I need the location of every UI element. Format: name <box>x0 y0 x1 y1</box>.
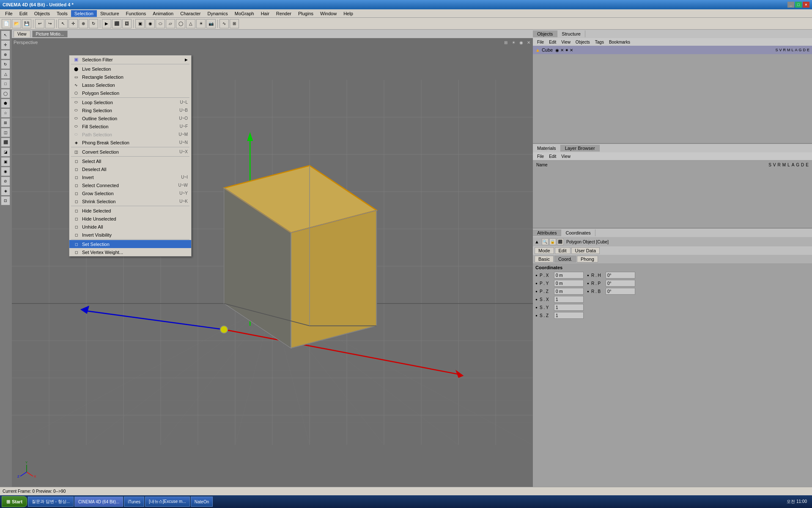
menu-window[interactable]: Window <box>317 10 340 17</box>
vp-icon-3[interactable]: ◉ <box>518 39 524 46</box>
open-button[interactable]: 📂 <box>12 19 21 28</box>
move-tool[interactable]: ✛ <box>69 19 78 28</box>
menu-render[interactable]: Render <box>273 10 295 17</box>
menu-edit[interactable]: Edit <box>16 10 31 17</box>
dd-loop-selection[interactable]: ⬭ Loop Selection U~L <box>69 98 191 106</box>
coord-rh-input[interactable] <box>606 272 635 279</box>
left-tool-6[interactable]: □ <box>1 79 10 88</box>
dd-set-vertex-weight[interactable]: ◻ Set Vertex Weight... <box>69 248 191 256</box>
coord-pz-input[interactable] <box>554 288 584 295</box>
menu-functions[interactable]: Functions <box>123 10 150 17</box>
left-tool-17[interactable]: ◈ <box>1 186 10 196</box>
taskbar-qa-btn[interactable]: 질문과 답변 - 형상... <box>28 497 74 507</box>
left-tool-13[interactable]: ◪ <box>1 147 10 157</box>
dd-selection-filter[interactable]: ▣ Selection Filter ▶ <box>69 55 191 64</box>
attr-mode-tab[interactable]: Mode <box>535 247 554 254</box>
camera-btn[interactable]: 📷 <box>206 19 216 28</box>
obj-menu-file[interactable]: File <box>535 39 546 45</box>
cube-btn[interactable]: ▣ <box>135 19 145 28</box>
obj-menu-bookmarks[interactable]: Bookmarks <box>606 39 633 45</box>
maximize-button[interactable]: □ <box>795 2 802 8</box>
render-region-btn[interactable]: ⬛ <box>112 19 121 28</box>
left-tool-7[interactable]: ◯ <box>1 89 10 98</box>
coord-rb-input[interactable] <box>606 288 635 295</box>
select-tool[interactable]: ↖ <box>58 19 68 28</box>
attr-coord-tab[interactable]: Coord. <box>554 256 576 262</box>
left-tool-2[interactable]: ✛ <box>1 40 10 50</box>
objects-tab-objects[interactable]: Objects <box>533 30 557 37</box>
vp-icon-2[interactable]: ☀ <box>510 39 517 46</box>
dd-deselect-all[interactable]: ◻ Deselect All <box>69 165 191 173</box>
obj-menu-objects[interactable]: Objects <box>573 39 593 45</box>
layer-menu-file[interactable]: File <box>535 154 546 159</box>
close-button[interactable]: × <box>803 2 809 8</box>
menu-dynamics[interactable]: Dynamics <box>204 10 231 17</box>
attr-userdata-tab[interactable]: User Data <box>571 247 600 254</box>
taskbar-news-btn[interactable]: [내뉴스]Excuse m... <box>145 497 190 507</box>
attr-edit-tab[interactable]: Edit <box>555 247 571 254</box>
left-tool-8[interactable]: ⬟ <box>1 99 10 108</box>
menu-hair[interactable]: Hair <box>258 10 273 17</box>
start-button[interactable]: ⊞ Start <box>2 496 27 507</box>
sphere-btn[interactable]: ◉ <box>145 19 155 28</box>
menu-help[interactable]: Help <box>340 10 357 17</box>
left-tool-14[interactable]: ▣ <box>1 157 10 166</box>
dd-set-selection[interactable]: ◻ Set Selection <box>69 240 191 248</box>
left-tool-16[interactable]: ⊘ <box>1 177 10 186</box>
dd-rectangle-selection[interactable]: ▭ Rectangle Selection <box>69 73 191 81</box>
undo-button[interactable]: ↩ <box>35 19 44 28</box>
attr-more-btn[interactable]: ⬛ <box>557 238 564 245</box>
dd-hide-unselected[interactable]: ◻ Hide Unselected <box>69 215 191 223</box>
obj-menu-view[interactable]: View <box>559 39 573 45</box>
menu-selection[interactable]: Selection <box>71 10 97 17</box>
menu-structure[interactable]: Structure <box>97 10 123 17</box>
menu-file[interactable]: File <box>2 10 16 17</box>
left-tool-5[interactable]: △ <box>1 69 10 79</box>
attr-lock-btn[interactable]: 🔒 <box>549 238 556 245</box>
rotate-tool[interactable]: ↻ <box>89 19 98 28</box>
new-button[interactable]: 📄 <box>2 19 11 28</box>
layer-menu-edit[interactable]: Edit <box>546 154 559 159</box>
minimize-button[interactable]: _ <box>787 2 794 8</box>
render-btn[interactable]: ▶ <box>102 19 111 28</box>
left-tool-12[interactable]: ⬛ <box>1 138 10 147</box>
taskbar-nateon-btn[interactable]: NateOn <box>191 497 213 507</box>
viewport[interactable]: Perspective ⊞ ☀ ◉ ✕ X Y Z <box>12 38 533 487</box>
left-tool-4[interactable]: ↻ <box>1 60 10 69</box>
light-btn[interactable]: ☀ <box>196 19 206 28</box>
coord-sz-input[interactable] <box>554 312 584 319</box>
coord-rp-input[interactable] <box>606 280 635 287</box>
menu-mograph[interactable]: MoGraph <box>231 10 258 17</box>
left-tool-1[interactable]: ↖ <box>1 30 10 40</box>
viewport-tab-view[interactable]: View <box>14 30 30 37</box>
layer-browser-tab[interactable]: Layer Browser <box>561 145 600 152</box>
coord-sy-input[interactable] <box>554 304 584 311</box>
nurbs-btn[interactable]: ⊞ <box>230 19 239 28</box>
menu-animation[interactable]: Animation <box>149 10 177 17</box>
objects-tab-structure[interactable]: Structure <box>557 30 585 37</box>
coord-px-input[interactable] <box>554 272 584 279</box>
obj-menu-tags[interactable]: Tags <box>593 39 606 45</box>
dd-lasso-selection[interactable]: ∿ Lasso Selection <box>69 81 191 89</box>
plane-btn[interactable]: ▱ <box>166 19 175 28</box>
redo-button[interactable]: ↪ <box>45 19 55 28</box>
dd-ring-selection[interactable]: ⬭ Ring Selection U~B <box>69 106 191 114</box>
dd-polygon-selection[interactable]: ⬡ Polygon Selection <box>69 89 191 97</box>
menu-tools[interactable]: Tools <box>53 10 71 17</box>
cylinder-btn[interactable]: ⬭ <box>156 19 165 28</box>
dd-hide-selected[interactable]: ◻ Hide Selected <box>69 207 191 215</box>
spline-btn[interactable]: ∿ <box>219 19 229 28</box>
taskbar-itunes-btn[interactable]: iTunes <box>124 497 144 507</box>
dd-fill-selection[interactable]: ⬭ Fill Selection U~F <box>69 122 191 130</box>
attr-basic-tab[interactable]: Basic <box>535 256 554 262</box>
dd-phong-break[interactable]: ◈ Phong Break Selection U~N <box>69 138 191 146</box>
dd-grow-selection[interactable]: ◻ Grow Selection U~Y <box>69 189 191 197</box>
dd-select-connected[interactable]: ◻ Select Connected U~W <box>69 181 191 189</box>
viewport-tab-picture[interactable]: Picture Motio... <box>32 30 68 37</box>
taskbar-cinema-btn[interactable]: CINEMA 4D (64 Bit)... <box>74 497 123 507</box>
menu-character[interactable]: Character <box>177 10 204 17</box>
vp-icon-4[interactable]: ✕ <box>525 39 532 46</box>
vp-icon-1[interactable]: ⊞ <box>502 39 509 46</box>
dd-convert-selection[interactable]: ◫ Convert Selection U~X <box>69 148 191 156</box>
left-tool-3[interactable]: ⊕ <box>1 50 10 59</box>
